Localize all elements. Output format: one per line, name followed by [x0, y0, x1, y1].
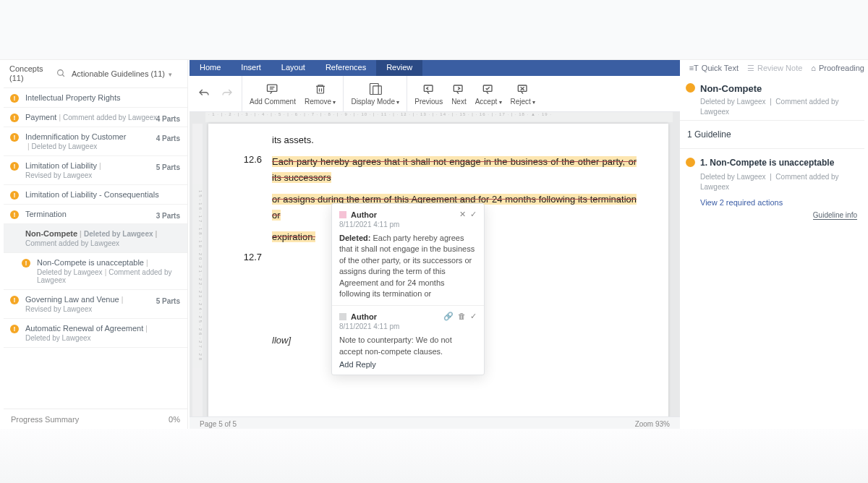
zoom-indicator: Zoom 93%: [635, 420, 670, 428]
remove-button[interactable]: Remove: [305, 82, 336, 106]
author-color-swatch: [339, 211, 346, 218]
warning-icon: !: [10, 296, 19, 304]
close-icon[interactable]: ✕: [459, 210, 466, 219]
prev-icon: [422, 82, 436, 96]
accept-button[interactable]: Accept: [475, 82, 502, 106]
horizontal-ruler: · 1 · | · 2 · | · 3 · | · 4 · | · 5 · | …: [205, 112, 673, 122]
bottom-fade: [0, 429, 868, 483]
concepts-panel: Concepts (11) Actionable Guidelines (11)…: [4, 60, 188, 429]
author-color-swatch: [339, 313, 346, 320]
detail-header: Non-Compete Deleted by Lawgeex | Comment…: [680, 76, 864, 121]
tab-review[interactable]: Review: [376, 60, 422, 76]
warning-icon: [686, 83, 695, 93]
document-area: · 1 · | · 2 · | · 3 · | · 4 · | · 5 · | …: [190, 112, 680, 429]
redo-button[interactable]: [220, 87, 234, 101]
concept-item-governing-law[interactable]: ! Governing Law and Venue| Revised by La…: [4, 290, 187, 319]
concept-item-payment[interactable]: ! Payment|Comment added by Lawgeex 4 Par…: [4, 108, 187, 127]
concepts-title: Concepts: [9, 64, 50, 74]
chevron-down-icon: ▾: [169, 71, 172, 78]
check-icon[interactable]: ✓: [470, 312, 477, 321]
guideline-card[interactable]: 1. Non-Compete is unacceptable Deleted b…: [680, 149, 864, 227]
search-icon[interactable]: [50, 69, 72, 80]
svg-rect-8: [370, 84, 378, 95]
add-reply-button[interactable]: Add Reply: [339, 357, 477, 369]
reject-button[interactable]: Reject: [511, 82, 536, 106]
warning-icon: [686, 158, 695, 167]
concept-item-noncompete-unacceptable[interactable]: ! Non-Compete is unacceptable| Deleted b…: [4, 253, 187, 290]
top-spacer: [0, 0, 868, 60]
concept-item-liability[interactable]: ! Limitation of Liability| Revised by La…: [4, 156, 187, 185]
next-icon: [451, 82, 466, 96]
view-actions-link[interactable]: View 2 required actions: [700, 198, 857, 207]
svg-rect-9: [373, 86, 381, 95]
tab-insert[interactable]: Insert: [231, 60, 271, 76]
svg-rect-10: [424, 85, 433, 91]
warning-icon: !: [10, 114, 19, 122]
concepts-header: Concepts (11) Actionable Guidelines (11)…: [4, 60, 187, 88]
concepts-count: (11): [9, 74, 50, 83]
concept-item-consequentials[interactable]: ! Limitation of Liability - Consequentia…: [4, 185, 187, 205]
next-button[interactable]: Next: [451, 82, 467, 106]
accept-icon: [481, 82, 495, 96]
concept-item-termination[interactable]: ! Termination 3 Parts: [4, 205, 187, 224]
right-toolbar: ≡TQuick Text ☰Review Note ⌂Proofreading: [689, 60, 864, 76]
tab-home[interactable]: Home: [190, 60, 231, 76]
undo-button[interactable]: [197, 87, 211, 101]
guideline-info-link[interactable]: Guideline info: [813, 211, 857, 220]
trash-icon[interactable]: 🗑: [458, 312, 466, 321]
warning-icon: !: [10, 94, 19, 103]
display-icon: [368, 82, 383, 96]
detail-panel: Non-Compete Deleted by Lawgeex | Comment…: [680, 76, 864, 429]
warning-icon: !: [22, 259, 30, 268]
previous-button[interactable]: Previous: [414, 82, 443, 106]
concept-list: ! Intellectual Property Rights ! Payment…: [4, 88, 187, 412]
concept-item-noncompete[interactable]: Non-Compete|Deleted by Lawgeex| Comment …: [4, 224, 187, 253]
svg-rect-11: [454, 85, 463, 91]
trash-icon: [313, 82, 328, 96]
review-note-button[interactable]: ☰Review Note: [747, 64, 802, 73]
quick-text-button[interactable]: ≡TQuick Text: [689, 64, 739, 72]
svg-line-1: [62, 74, 64, 77]
reject-icon: [516, 82, 530, 96]
ribbon: Add Comment Remove Display Mode Previous…: [190, 76, 680, 112]
tab-references[interactable]: References: [315, 60, 376, 76]
guideline-title: 1. Non-Compete is unacceptable: [700, 158, 857, 168]
guideline-count: 1 Guideline: [680, 121, 864, 149]
warning-icon: !: [10, 210, 19, 219]
svg-rect-2: [267, 85, 276, 91]
add-comment-button[interactable]: Add Comment: [250, 82, 296, 106]
concept-item-auto-renewal[interactable]: ! Automatic Renewal of Agreement| Delete…: [4, 319, 187, 348]
link-icon[interactable]: 🔗: [443, 312, 454, 321]
vertical-ruler: 15·16·17·18·19·20·21·22·23·24·25·26·27·2…: [192, 124, 203, 429]
guidelines-label: Actionable Guidelines (11): [72, 69, 165, 78]
comment-icon: [265, 82, 280, 96]
proofreading-button[interactable]: ⌂Proofreading: [811, 64, 864, 72]
warning-icon: !: [10, 325, 19, 333]
progress-summary: Progress Summary 0%: [4, 409, 187, 429]
page-indicator: Page 5 of 5: [200, 420, 237, 428]
warning-icon: !: [10, 162, 19, 171]
check-icon[interactable]: ✓: [470, 210, 477, 219]
tab-layout[interactable]: Layout: [271, 60, 315, 76]
concept-item-ip[interactable]: ! Intellectual Property Rights: [4, 88, 187, 108]
comment-deleted[interactable]: Author ✕ ✓ 8/11/2021 4:11 pm Deleted: Ea…: [332, 204, 484, 306]
svg-point-0: [57, 69, 63, 75]
menu-bar: Home Insert Layout References Review: [190, 60, 680, 76]
guidelines-dropdown[interactable]: Actionable Guidelines (11) ▾: [72, 69, 182, 78]
detail-title: Non-Compete: [700, 83, 857, 94]
concept-item-indemnification[interactable]: ! Indemnification by Customer |Deleted b…: [4, 127, 187, 156]
comment-popup: Author ✕ ✓ 8/11/2021 4:11 pm Deleted: Ea…: [331, 203, 485, 375]
document-page[interactable]: its assets. 12.6 Each party hereby agree…: [208, 124, 668, 423]
warning-icon: !: [10, 191, 19, 200]
svg-rect-5: [317, 86, 323, 93]
comment-note[interactable]: Author 🔗 🗑 ✓ 8/11/2021 4:11 pm Note to c…: [332, 306, 484, 375]
display-mode-button[interactable]: Display Mode: [351, 82, 399, 106]
warning-icon: !: [10, 133, 19, 142]
